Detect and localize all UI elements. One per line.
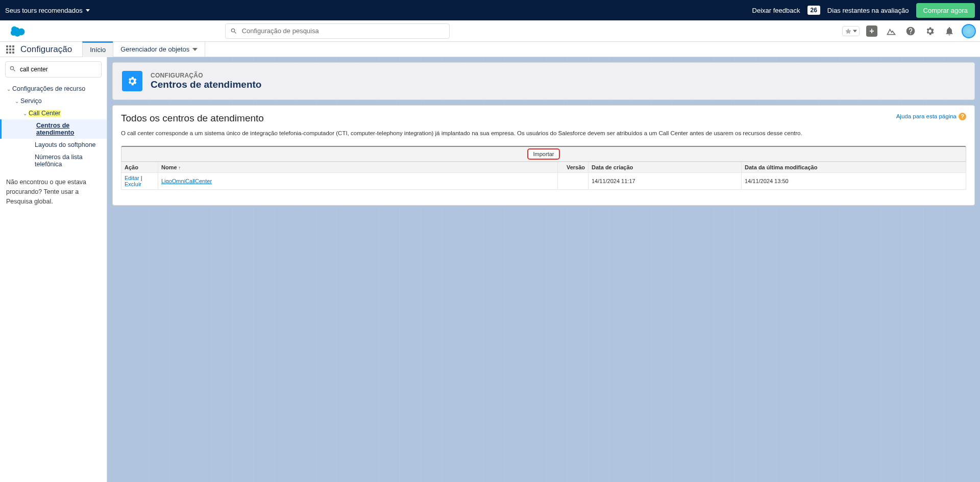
import-button[interactable]: Importar [527,148,560,160]
col-modified[interactable]: Data da última modificação [742,162,966,173]
table-row: Editar | Excluir LigoOmniCallCenter 14/1… [121,173,966,190]
call-centers-card: Todos os centros de atendimento Ajuda pa… [112,105,975,206]
cell-version [558,173,589,190]
trailhead-icon[interactable] [884,24,898,38]
caret-down-icon [86,9,90,12]
chevron-down-icon [192,47,198,52]
call-center-name-link[interactable]: LigoOmniCallCenter [161,178,212,184]
chevron-down-icon [853,29,857,33]
call-centers-table: Ação Nome↑ Versão Data de criação Data d… [121,162,966,190]
card-title: Todos os centros de atendimento [121,113,966,124]
sort-ascending-icon: ↑ [179,165,181,170]
trial-bar: Seus tours recomendados Deixar feedback … [0,0,980,20]
tree-leaf-softphone-layouts[interactable]: Layouts do softphone [0,139,107,151]
col-action: Ação [121,162,158,173]
tree-group-feature-settings[interactable]: ⌄ Configurações de recurso [0,83,107,95]
tree-leaf-directory-numbers[interactable]: Números da lista telefônica [0,151,107,170]
search-icon [230,28,237,35]
col-name[interactable]: Nome↑ [158,162,558,173]
app-nav: Configuração Início Gerenciador de objet… [0,42,980,57]
feedback-link[interactable]: Deixar feedback [752,7,800,14]
col-created[interactable]: Data de criação [589,162,742,173]
user-avatar[interactable] [962,24,976,38]
days-remaining-badge: 26 [807,6,820,15]
chevron-down-icon: ⌄ [5,86,12,92]
tours-dropdown[interactable]: Seus tours recomendados [5,7,90,14]
page-title: Centros de atendimento [151,79,261,90]
page-header: CONFIGURAÇÃO Centros de atendimento [112,62,975,100]
app-launcher-button[interactable] [0,42,20,57]
delete-link[interactable]: Excluir [125,181,141,187]
import-bar: Importar [121,146,966,162]
favorites-dropdown[interactable] [842,26,860,36]
sidebar-help-text: Não encontrou o que estava procurando? T… [0,170,107,213]
chevron-down-icon: ⌄ [13,98,20,104]
cell-modified: 14/11/2024 13:50 [742,173,966,190]
notifications-icon[interactable] [942,24,957,38]
help-icon[interactable] [903,24,918,38]
page-eyebrow: CONFIGURAÇÃO [151,72,261,79]
tab-object-manager[interactable]: Gerenciador de objetos [113,42,205,57]
help-for-page-link[interactable]: Ajuda para esta página? [896,113,966,120]
tree-group-service[interactable]: ⌄ Serviço [0,95,107,107]
gear-icon [122,71,142,91]
buy-now-button[interactable]: Comprar agora [916,3,975,18]
tree-group-call-center[interactable]: ⌄ Call Center [0,107,107,119]
tree-leaf-call-centers[interactable]: Centros de atendimento [0,119,107,139]
salesforce-logo[interactable] [8,24,29,38]
app-title: Configuração [20,42,82,57]
chevron-down-icon: ⌄ [21,111,29,116]
search-icon [9,65,16,72]
global-add-button[interactable]: + [865,24,879,38]
quick-find-input[interactable] [5,61,102,78]
col-version[interactable]: Versão [558,162,589,173]
setup-gear-icon[interactable] [923,24,937,38]
tours-label: Seus tours recomendados [5,7,83,14]
edit-link[interactable]: Editar [125,175,139,181]
cell-created: 14/11/2024 11:17 [589,173,742,190]
global-header: + [0,20,980,42]
star-icon [845,28,852,35]
main-content: CONFIGURAÇÃO Centros de atendimento Todo… [107,57,980,482]
tab-home[interactable]: Início [82,41,113,57]
global-search-input[interactable] [225,23,450,39]
help-icon: ? [959,113,966,120]
setup-sidebar: ⌄ Configurações de recurso ⌄ Serviço ⌄ C… [0,57,107,482]
days-remaining-text: Dias restantes na avaliação [827,7,909,14]
card-description: O call center corresponde a um sistema ú… [121,129,966,138]
global-search-wrap [225,23,450,39]
